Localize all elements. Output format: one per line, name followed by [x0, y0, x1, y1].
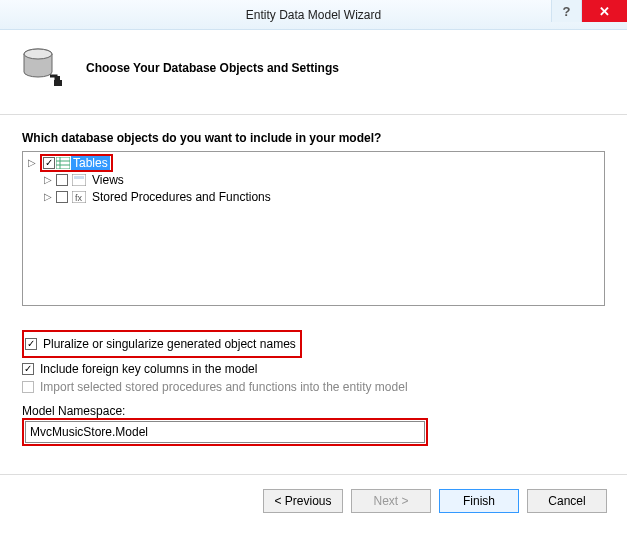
sproc-icon: fx — [71, 191, 87, 203]
option-label: Include foreign key columns in the model — [40, 362, 257, 376]
option-import-sprocs: Import selected stored procedures and fu… — [22, 380, 605, 394]
checkbox[interactable] — [43, 157, 55, 169]
svg-point-1 — [24, 49, 52, 59]
previous-button[interactable]: < Previous — [263, 489, 343, 513]
checkbox[interactable] — [56, 191, 68, 203]
wizard-content: Which database objects do you want to in… — [0, 115, 627, 456]
checkbox[interactable] — [56, 174, 68, 186]
table-icon — [55, 157, 71, 169]
wizard-header: Choose Your Database Objects and Setting… — [0, 30, 627, 115]
tree-item-label: Stored Procedures and Functions — [90, 190, 273, 204]
checkbox[interactable] — [22, 363, 34, 375]
svg-rect-8 — [72, 174, 86, 186]
tree-item-label: Views — [90, 173, 126, 187]
expander-icon[interactable]: ▷ — [43, 191, 53, 202]
database-icon — [20, 44, 68, 92]
option-foreign-keys[interactable]: Include foreign key columns in the model — [22, 362, 605, 376]
cancel-button[interactable]: Cancel — [527, 489, 607, 513]
option-label: Pluralize or singularize generated objec… — [43, 337, 296, 351]
wizard-footer: < Previous Next > Finish Cancel — [0, 475, 627, 527]
tree-item-label: Tables — [71, 156, 110, 170]
annotation-highlight: Pluralize or singularize generated objec… — [22, 330, 302, 358]
help-button[interactable]: ? — [551, 0, 581, 22]
expander-icon[interactable]: ▷ — [27, 157, 37, 168]
finish-button[interactable]: Finish — [439, 489, 519, 513]
checkbox[interactable] — [25, 338, 37, 350]
tree-item-sprocs[interactable]: ▷ fx Stored Procedures and Functions — [43, 188, 600, 205]
namespace-input[interactable] — [25, 421, 425, 443]
svg-text:fx: fx — [75, 193, 83, 203]
option-label: Import selected stored procedures and fu… — [40, 380, 408, 394]
window-controls: ? ✕ — [551, 0, 627, 22]
svg-rect-4 — [56, 157, 70, 169]
option-pluralize[interactable]: Pluralize or singularize generated objec… — [25, 337, 296, 351]
view-icon — [71, 174, 87, 186]
titlebar: Entity Data Model Wizard ? ✕ — [0, 0, 627, 30]
options-section: Pluralize or singularize generated objec… — [22, 330, 605, 446]
expander-icon[interactable]: ▷ — [43, 174, 53, 185]
namespace-label: Model Namespace: — [22, 404, 605, 418]
window-title: Entity Data Model Wizard — [0, 8, 627, 22]
objects-question: Which database objects do you want to in… — [22, 131, 605, 145]
close-button[interactable]: ✕ — [581, 0, 627, 22]
wizard-header-title: Choose Your Database Objects and Setting… — [86, 61, 339, 75]
svg-rect-2 — [54, 80, 62, 86]
objects-tree[interactable]: ▷ Tables ▷ Views ▷ fx Stored Procedur — [22, 151, 605, 306]
tree-item-views[interactable]: ▷ Views — [43, 171, 600, 188]
annotation-highlight: Tables — [40, 154, 113, 172]
tree-item-tables[interactable]: ▷ Tables — [27, 154, 600, 171]
svg-rect-3 — [56, 76, 60, 80]
annotation-highlight — [22, 418, 428, 446]
next-button: Next > — [351, 489, 431, 513]
svg-rect-9 — [74, 176, 84, 179]
checkbox — [22, 381, 34, 393]
